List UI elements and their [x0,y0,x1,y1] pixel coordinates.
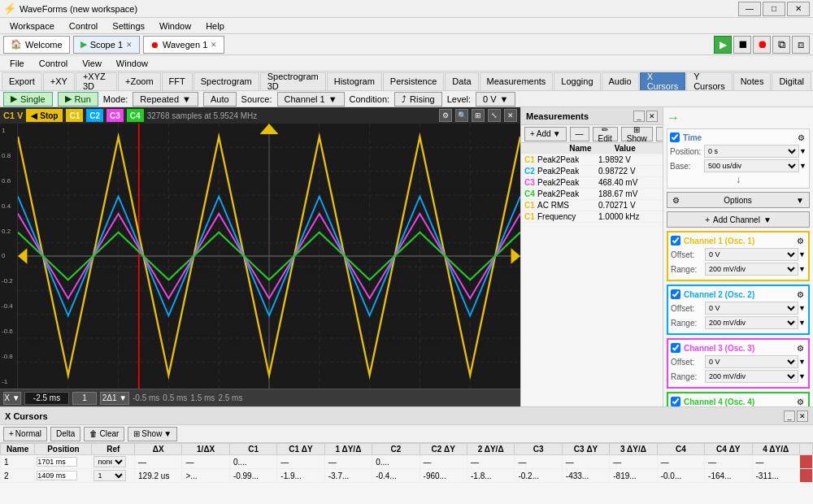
time-base-select[interactable]: 500 us/div [704,159,799,172]
cursor1-position[interactable] [35,455,92,469]
xcursors-close-icon[interactable]: ✕ [797,411,808,422]
global-btn4[interactable]: ⧈ [792,36,810,54]
menu-window[interactable]: Window [153,20,198,32]
tab-spectrogram[interactable]: Spectrogram [193,72,259,90]
ch2-offset-select[interactable]: 0 V [705,302,798,315]
tab-scope1[interactable]: ▶ Scope 1 ✕ [73,36,140,54]
xcursors-delta-button[interactable]: Delta [50,427,80,441]
level-select[interactable]: 0 V ▼ [476,92,515,106]
tab-fft[interactable]: FFT [162,72,193,90]
tab-xcursors[interactable]: X Cursors [640,72,686,90]
measurements-minimize-icon[interactable]: _ [633,111,645,122]
xcursors-show-button[interactable]: ⊞ Show ▼ [128,427,177,441]
xcursors-minimize-icon[interactable]: _ [784,411,795,422]
source-select[interactable]: Channel 1 ▼ [277,92,345,106]
menu-control[interactable]: Control [63,20,104,32]
tab-histogram[interactable]: Histogram [327,72,382,90]
ch3-settings-icon[interactable]: ⚙ [794,342,806,354]
tab-notes[interactable]: Notes [733,72,772,90]
remove-measurement-button[interactable]: — [570,127,589,141]
show-measurement-button[interactable]: ⊞ Show [621,127,653,141]
global-stop-button[interactable]: ⏹ [733,36,751,54]
global-run-button[interactable]: ▶ [714,36,732,54]
global-btn3[interactable]: ⧉ [772,36,790,54]
options-button[interactable]: ⚙ Options ▼ [667,192,810,208]
cursor2-position-input[interactable] [37,471,77,480]
add-channel-label: Add Channel [713,215,760,224]
menu2-control[interactable]: Control [33,58,74,69]
th-c3: C3 [515,444,562,455]
menu2-file[interactable]: File [3,58,31,69]
mode-select[interactable]: Repeated ▼ [133,92,198,106]
wavegen1-close-icon[interactable]: ✕ [211,41,217,49]
xcursors-normal-button[interactable]: + Normal [3,427,47,441]
scope-waveform-area[interactable]: 1 0.8 0.6 0.4 0.2 0 -0.2 -0.4 -0.6 -0.8 … [0,124,520,389]
cursor2-position[interactable] [35,469,92,483]
menu2-window[interactable]: Window [110,58,154,69]
ch4-settings-icon[interactable]: ⚙ [794,396,806,406]
stop-button[interactable]: ◀ Stop [26,109,63,122]
tab-digital[interactable]: Digital [772,72,811,90]
menu-settings[interactable]: Settings [106,20,151,32]
ch2-settings-icon[interactable]: ⚙ [794,289,806,300]
cursor1-position-input[interactable] [37,457,77,467]
scope-close-icon[interactable]: ✕ [504,109,517,122]
add-measurement-button[interactable]: + Add ▼ [524,127,567,141]
single-button[interactable]: ▶ Single [3,92,53,106]
tab-data[interactable]: Data [445,72,478,90]
tab-logging[interactable]: Logging [554,72,600,90]
ch1-range-select[interactable]: 200 mV/div [705,263,798,276]
scope-settings-icon[interactable]: ⚙ [439,109,452,122]
ch3-offset-select[interactable]: 0 V [705,355,798,368]
cursor1-ref-select[interactable]: none 1 [93,456,126,467]
tab-xyz3d[interactable]: +XYZ 3D [76,72,117,90]
tab-ycursors[interactable]: Y Cursors [686,72,733,90]
maximize-button[interactable]: □ [763,2,785,16]
add-channel-button[interactable]: + Add Channel ▼ [667,211,810,228]
tab-persistence[interactable]: Persistence [383,72,444,90]
time-position-select[interactable]: 0 s [704,145,799,158]
tab-wavegen1[interactable]: ⏺ Wavegen 1 ✕ [143,36,224,54]
cursor2-ref-select[interactable]: 1 none [93,470,126,481]
ch1-offset-select[interactable]: 0 V [705,248,798,261]
xcursors-table-wrap[interactable]: Name Position Ref ΔX 1/ΔX C1 C1 ΔY 1 ΔY/… [0,443,813,504]
minimize-button[interactable]: — [738,2,761,16]
tab-audio[interactable]: Audio [602,72,639,90]
scope-zoom-icon[interactable]: 🔍 [455,109,468,122]
x-position-input[interactable] [24,392,69,405]
cursor2-ref[interactable]: 1 none [92,469,135,483]
tab-measurements[interactable]: Measurements [480,72,554,90]
divs-btn[interactable]: 1 [72,392,97,405]
ch2-range-select[interactable]: 200 mV/div [705,316,798,329]
tab-spectrogram3d[interactable]: Spectrogram 3D [260,72,326,90]
menu2-view[interactable]: View [76,58,108,69]
tab-export[interactable]: Export [2,72,42,90]
edit-measurement-button[interactable]: ✏ Edit [593,127,618,141]
condition-select[interactable]: ⤴ Rising [394,92,442,106]
delta-btn[interactable]: 2Δ1 ▼ [100,392,129,405]
x-axis-btn[interactable]: X ▼ [3,392,21,405]
tab-zoom[interactable]: +Zoom [118,72,161,90]
tab-welcome[interactable]: 🏠 Welcome [3,36,70,54]
run-button[interactable]: ▶ Run [58,92,98,106]
ch2-enable-checkbox[interactable] [671,289,680,299]
scope1-close-icon[interactable]: ✕ [126,41,133,49]
measurements-close-icon[interactable]: ✕ [646,111,658,122]
tab-xy[interactable]: +XY [43,72,75,90]
menu-help[interactable]: Help [199,20,231,32]
ch3-enable-checkbox[interactable] [671,343,680,353]
auto-button[interactable]: Auto [203,92,237,106]
global-rec-button[interactable]: ⏺ [753,36,771,54]
ch3-range-select[interactable]: 200 mV/div [705,370,798,383]
time-settings-icon[interactable]: ⚙ [795,132,806,143]
close-button[interactable]: ✕ [787,2,810,16]
time-enable-checkbox[interactable] [670,133,680,142]
cursor1-ref[interactable]: none 1 [92,455,135,469]
ch1-settings-icon[interactable]: ⚙ [794,235,806,246]
scope-expand-icon[interactable]: ⤡ [488,109,501,122]
xcursors-clear-button[interactable]: 🗑 Clear [84,427,124,441]
menu-workspace[interactable]: Workspace [3,20,61,32]
scope-fit-icon[interactable]: ⊞ [472,109,485,122]
ch4-enable-checkbox[interactable] [671,397,680,406]
ch1-enable-checkbox[interactable] [671,236,680,245]
